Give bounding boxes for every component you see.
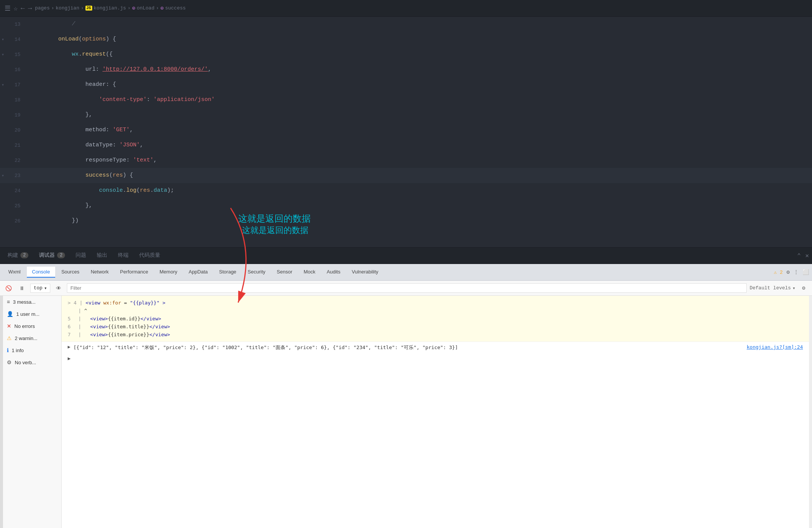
sidebar-item-warnings[interactable]: ⚠ 2 warnin... [3,332,61,344]
context-selector[interactable]: top ▾ [30,284,50,293]
tab-mock[interactable]: Mock [298,267,321,278]
console-output-line-json: ▶ [{"id": "12", "title": "米饭", "price": … [62,342,809,353]
tab-vulnerability-label: Vulnerability [352,269,378,275]
filter-input[interactable] [67,283,747,293]
sidebar-item-info[interactable]: ℹ 1 info [3,344,61,356]
default-levels-dropdown[interactable]: Default levels ▾ [750,285,795,291]
tab-security-label: Security [248,269,265,275]
line-num-22: 22 [14,158,20,163]
collapse-panel-icon[interactable]: ⌃ [797,252,801,259]
error-icon: ✕ [7,323,11,329]
code-caret: ^ [84,308,87,314]
expand-output-icon[interactable]: ▶ [68,356,71,361]
line-content-26: }) [26,198,812,244]
devtools-more-icon[interactable]: ⋮ [793,269,799,275]
expand-icon[interactable]: ▶ [68,344,70,349]
sidebar-item-errors[interactable]: ✕ No errors [3,320,61,332]
tab-appdata[interactable]: AppData [183,267,213,278]
line-gutter-25: 25 [0,203,26,209]
eye-icon-button[interactable]: 👁 [53,283,64,294]
tab-wxml-label: Wxml [8,269,21,275]
console-source-link[interactable]: kongjian.js?[sm]:24 [747,344,803,350]
forward-icon[interactable]: → [28,5,32,12]
line-gutter-22: 22 [0,158,26,163]
tab-sources-label: Sources [61,269,79,275]
tab-terminal[interactable]: 终端 [113,250,133,261]
sidebar-user-label: 1 user m... [16,311,39,317]
console-json-output: [{"id": "12", "title": "米饭", "price": 2}… [73,344,744,351]
tab-storage[interactable]: Storage [214,267,242,278]
panel-tabs: 构建 2 调试器 2 问题 输出 终端 代码质量 ⌃ ✕ [0,247,812,264]
console-settings-icon[interactable]: ⚙ [798,283,809,294]
line-gutter-17: ▾ 17 [0,82,26,88]
tab-mock-label: Mock [304,269,315,275]
line-gutter-24: 24 [0,188,26,194]
tab-performance[interactable]: Performance [115,267,153,278]
console-code-line-6: 6 | <view>{{item.title}}</view> [62,323,809,331]
tab-output-label: 输出 [97,252,107,259]
tab-output[interactable]: 输出 [92,250,112,261]
tab-debugger-badge: 2 [57,252,65,258]
tab-memory[interactable]: Memory [154,267,183,278]
devtools-settings-icon[interactable]: ⚙ [787,269,790,275]
warning-icon: ⚠ [7,335,12,341]
fold-arrow-23[interactable]: ▾ [2,173,4,179]
tab-console-label: Console [32,269,50,275]
line-num-15: 15 [14,52,20,57]
tab-memory-label: Memory [160,269,177,275]
tab-performance-label: Performance [120,269,148,275]
tab-construct[interactable]: 构建 2 [3,250,33,261]
line-num-13: 13 [14,22,20,27]
code-content-5: <view>{{item.id}}</view> [84,316,161,321]
clear-console-button[interactable]: 🚫 [3,283,14,294]
devtools-panel: Wxml Console Sources Network Performance… [0,264,812,528]
breadcrumb-onload: onLoad [137,5,155,11]
tab-wxml[interactable]: Wxml [3,267,26,278]
bookmark-icon[interactable]: ☆ [14,4,18,12]
tab-vulnerability[interactable]: Vulnerability [346,267,383,278]
console-toolbar: 🚫 ⏸ top ▾ 👁 Default levels ▾ ⚙ [0,281,812,296]
fold-arrow-14[interactable]: ▾ [2,37,4,42]
console-scrollbar[interactable] [809,296,812,528]
tab-sources[interactable]: Sources [56,267,85,278]
menu-icon[interactable]: ☰ [5,4,11,12]
line-num-26: 26 [14,218,20,224]
tab-audits-label: Audits [327,269,340,275]
sidebar-item-messages[interactable]: ≡ 3 messa... [3,296,61,308]
tab-debugger-label: 调试器 [39,252,55,259]
sidebar-scroll-handle[interactable] [0,296,3,528]
tab-storage-label: Storage [219,269,237,275]
console-output: > 4 | <view wx:for = "{{play}}" > | ^ [62,296,809,528]
tab-console[interactable]: Console [27,267,56,278]
sidebar-item-user[interactable]: 👤 1 user m... [3,308,61,320]
tab-sensor[interactable]: Sensor [271,267,298,278]
back-icon[interactable]: ← [21,5,25,12]
line-num-25: 25 [14,203,20,209]
breadcrumb-sep1: › [51,5,54,11]
sidebar-info-label: 1 info [12,348,24,353]
close-panel-icon[interactable]: ✕ [805,252,809,259]
fold-arrow-15[interactable]: ▾ [2,52,4,57]
line-gutter-18: 18 [0,97,26,103]
sidebar-item-verbose[interactable]: ⚙ No verb... [3,356,61,368]
tab-codequality[interactable]: 代码质量 [135,250,165,261]
tab-network[interactable]: Network [85,267,114,278]
tab-security[interactable]: Security [242,267,271,278]
devtools-expand-icon[interactable]: ⬜ [803,269,809,275]
list-icon: ≡ [7,299,10,305]
breadcrumb-sep4: › [156,5,159,11]
line-num-16: 16 [14,67,20,73]
fold-arrow-17[interactable]: ▾ [2,82,4,88]
line-gutter-14: ▾ 14 [0,37,26,42]
console-code-line-caret: | ^ [62,307,809,315]
tab-issues[interactable]: 问题 [71,250,91,261]
warning-badge: ⚠ 2 [774,269,783,275]
code-line-num-5: 5 [68,316,75,321]
pause-button[interactable]: ⏸ [17,283,27,294]
line-num-23: 23 [14,173,20,179]
tab-debugger[interactable]: 调试器 2 [34,250,70,261]
tab-audits[interactable]: Audits [321,267,346,278]
line-gutter-13: 13 [0,22,26,27]
default-levels-arrow: ▾ [792,285,795,291]
func-icon1: ⊙ [132,5,135,11]
